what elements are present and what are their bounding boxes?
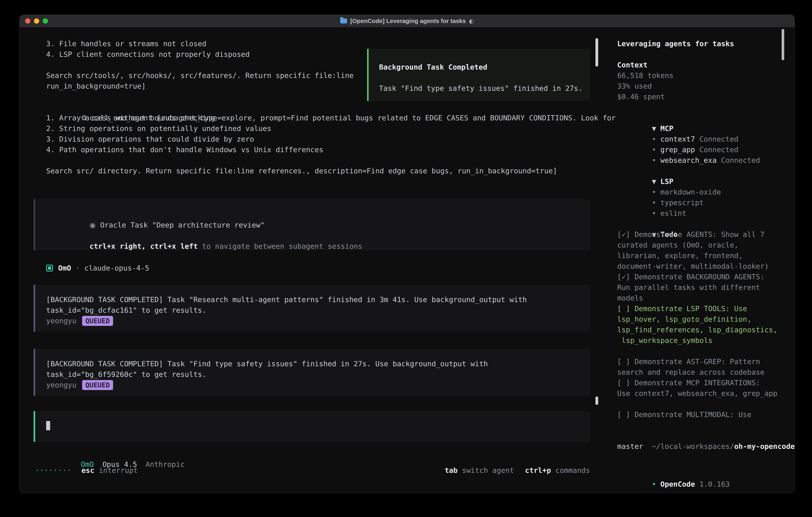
- background-task-message: [BACKGROUND TASK COMPLETED] Task "Resear…: [34, 285, 590, 332]
- bullet-icon: •: [652, 209, 656, 217]
- mcp-section-header[interactable]: ▼MCP: [617, 113, 779, 123]
- agent-name: OmO: [58, 263, 71, 273]
- spinner-dots-icon: ········: [35, 465, 71, 475]
- commands-key-label: commands: [555, 465, 590, 475]
- background-task-message: [BACKGROUND TASK COMPLETED] Task "Find t…: [34, 349, 590, 396]
- opencode-version: •OpenCode1.0.163: [617, 468, 779, 479]
- todo-item: [✓] Demonstrate AGENTS: Show all 7 curat…: [617, 229, 779, 272]
- half-moon-icon: ◐: [469, 18, 474, 24]
- separator-dot: ·: [76, 263, 80, 273]
- sidebar-scrollbar-thumb[interactable]: [782, 29, 784, 60]
- terminal-line: 3. Division operations that could divide…: [34, 134, 590, 144]
- window-title-text: [OpenCode] Leveraging agents for tasks: [350, 18, 466, 24]
- todo-item: [✓] Demonstrate BACKGROUND AGENTS: Run p…: [617, 272, 779, 303]
- queued-badge: QUEUED: [82, 316, 113, 326]
- model-bar: OmOOpus 4.5Anthropic: [34, 448, 590, 459]
- status-bar: ········ esc interrupt tab switch agent …: [34, 465, 590, 475]
- tab-key-label: switch agent: [462, 465, 514, 475]
- opencode-version-number: 1.0.163: [699, 480, 730, 488]
- prompt-input[interactable]: [34, 411, 590, 442]
- notification-title: Background Task Completed: [379, 62, 580, 72]
- context-spent: $0.46 spent: [617, 91, 779, 102]
- session-sidebar: Leveraging agents for tasks Context 66,5…: [607, 27, 794, 493]
- todo-item-active: [ ] Demonstrate LSP TOOLS: Use lsp_hover…: [617, 303, 779, 346]
- workspace-path: ~/local-workspaces/oh-my-opencode:: [617, 430, 779, 441]
- task-author: yeongyu: [46, 316, 77, 326]
- main-scrollbar-mark[interactable]: [596, 397, 598, 405]
- opencode-name: OpenCode: [660, 480, 695, 488]
- task-message-line: [BACKGROUND TASK COMPLETED] Task "Resear…: [46, 294, 582, 305]
- bullet-icon: •: [652, 156, 656, 164]
- terminal-main-area: 3. File handles or streams not closed 4.…: [20, 27, 607, 493]
- close-button[interactable]: [25, 19, 30, 24]
- esc-key-label: interrupt: [99, 465, 138, 475]
- bullet-icon: •: [652, 145, 656, 154]
- terminal-line: 2. String operations on potentially unde…: [34, 123, 590, 134]
- context-heading: Context: [617, 60, 779, 70]
- oracle-task-panel: ◉Oracle Task "Deep architecture review" …: [34, 199, 590, 250]
- tab-key-hint: tab: [444, 465, 458, 475]
- notification-body: Task "Find type safety issues" finished …: [379, 83, 580, 93]
- folder-icon: [340, 19, 347, 23]
- context-tokens: 66,518 tokens: [617, 70, 779, 81]
- commands-key-hint: ctrl+p: [525, 465, 551, 475]
- session-title: Leveraging agents for tasks: [617, 38, 779, 49]
- task-message-line: task_id="bg_dcfac161" to get results.: [46, 305, 582, 316]
- text-cursor: [46, 421, 50, 430]
- oracle-task-title: Oracle Task "Deep architecture review": [100, 221, 265, 229]
- esc-key-hint: esc: [81, 465, 94, 475]
- terminal-line: 3. File handles or streams not closed: [34, 38, 590, 49]
- task-message-line: [BACKGROUND TASK COMPLETED] Task "Find t…: [46, 358, 582, 369]
- todo-item: [ ] Demonstrate MULTIMODAL: Use: [617, 409, 779, 420]
- minimize-button[interactable]: [34, 19, 39, 24]
- bullet-icon: •: [652, 135, 656, 143]
- agent-checkbox-icon: [46, 265, 53, 272]
- traffic-lights: [25, 15, 48, 27]
- task-message-line: task_id="bg_6f59260c" to get results.: [46, 369, 582, 380]
- main-scrollbar-thumb[interactable]: [596, 38, 598, 66]
- task-author: yeongyu: [46, 380, 77, 390]
- window-title: [OpenCode] Leveraging agents for tasks ◐: [340, 18, 474, 24]
- context-used: 33% used: [617, 81, 779, 91]
- terminal-line: Search src/ directory. Return specific f…: [34, 166, 590, 176]
- oracle-status-icon: ◉: [89, 221, 96, 229]
- terminal-line: 4. Path operations that don't handle Win…: [34, 144, 590, 155]
- tool-call-line: ⚙call_omo_agent [subagent_type=explore, …: [34, 102, 590, 113]
- titlebar[interactable]: [OpenCode] Leveraging agents for tasks ◐: [20, 15, 794, 27]
- agent-model-name: claude-opus-4-5: [84, 263, 149, 273]
- terminal-window: [OpenCode] Leveraging agents for tasks ◐…: [19, 15, 795, 493]
- bullet-icon: •: [652, 480, 656, 488]
- collapse-triangle-icon: ▼: [652, 177, 656, 186]
- queued-badge: QUEUED: [82, 380, 113, 390]
- collapse-triangle-icon: ▼: [652, 124, 656, 133]
- agent-session-header: OmO · claude-opus-4-5: [34, 263, 590, 273]
- background-task-notification: Background Task Completed Task "Find typ…: [367, 49, 590, 101]
- bullet-icon: •: [652, 198, 656, 207]
- navigation-hint-text: to navigate between subagent sessions: [198, 242, 362, 250]
- bullet-icon: •: [652, 188, 656, 196]
- todo-item: [ ] Demonstrate MCP INTEGRATIONS: Use co…: [617, 377, 779, 399]
- zoom-button[interactable]: [43, 19, 48, 24]
- todo-item: [ ] Demonstrate AST-GREP: Pattern search…: [617, 356, 779, 377]
- navigation-keys-hint: ctrl+x right, ctrl+x left: [89, 242, 198, 250]
